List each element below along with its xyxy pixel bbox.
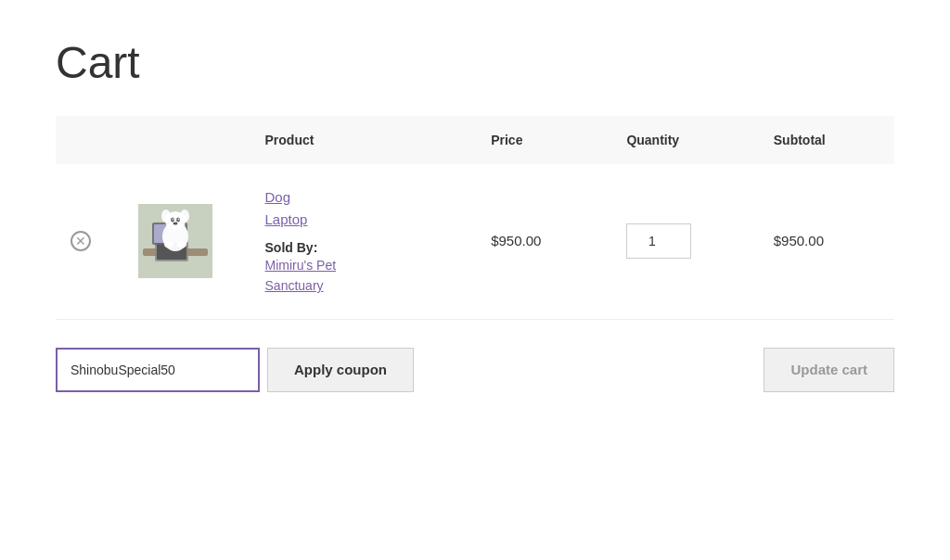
product-price: $950.00 [491,233,541,248]
image-cell [123,164,250,319]
remove-cell: ✕ [56,164,123,319]
table-row: ✕ [56,164,894,319]
remove-item-button[interactable]: ✕ [71,231,91,251]
cart-table: Product Price Quantity Subtotal ✕ [56,116,894,320]
col-header-quantity: Quantity [611,116,758,164]
product-subtotal: $950.00 [774,233,824,248]
col-header-remove [56,116,123,164]
col-header-price: Price [476,116,611,164]
seller-link[interactable]: Mimiru's Pet Sanctuary [265,255,462,297]
product-name: Dog Laptop [265,186,462,231]
col-header-image [123,116,250,164]
product-cell: Dog Laptop Sold By: Mimiru's Pet Sanctua… [250,164,477,319]
remove-icon: ✕ [71,231,91,251]
svg-point-12 [173,219,173,220]
quantity-input[interactable] [626,223,691,259]
sold-by: Sold By: Mimiru's Pet Sanctuary [265,240,462,297]
quantity-cell [611,164,758,319]
sold-by-label: Sold By: [265,240,318,255]
product-image-svg [138,204,212,278]
subtotal-cell: $950.00 [759,164,894,319]
svg-point-9 [180,210,189,223]
svg-point-13 [178,219,179,220]
cart-actions: Apply coupon Update cart [56,348,894,392]
col-header-product: Product [250,116,477,164]
product-image [138,204,212,278]
page-title: Cart [56,37,894,88]
table-header-row: Product Price Quantity Subtotal [56,116,894,164]
col-header-subtotal: Subtotal [759,116,894,164]
svg-point-16 [177,242,186,248]
svg-point-15 [164,242,173,248]
product-link[interactable]: Dog Laptop [265,186,462,231]
update-cart-button[interactable]: Update cart [764,348,894,392]
svg-point-10 [171,218,174,223]
coupon-input[interactable] [56,348,260,392]
svg-point-14 [173,223,178,225]
svg-point-11 [176,218,180,223]
price-cell: $950.00 [476,164,611,319]
apply-coupon-button[interactable]: Apply coupon [267,348,414,392]
svg-point-8 [161,210,171,223]
